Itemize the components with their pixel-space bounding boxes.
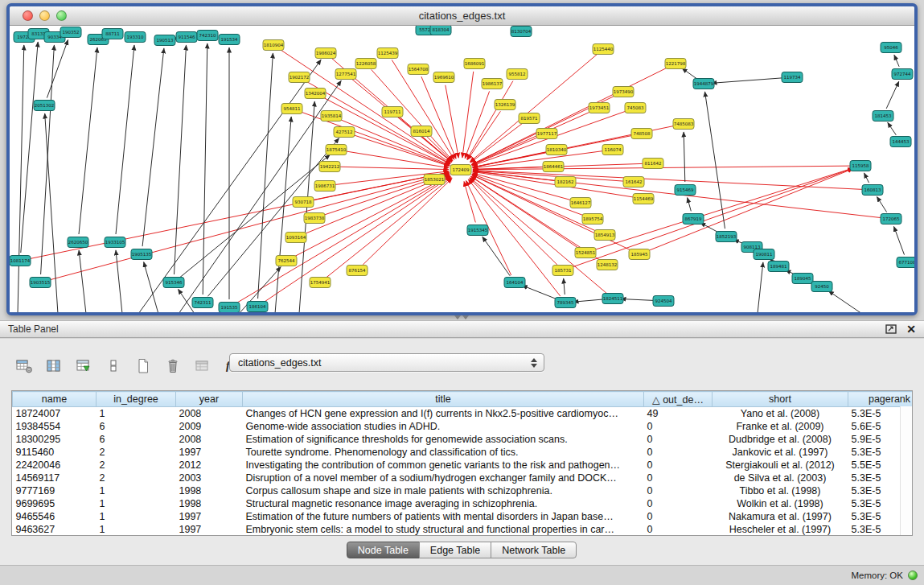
graph-edge[interactable] xyxy=(352,134,450,166)
graph-edge[interactable] xyxy=(522,286,557,300)
graph-edge[interactable] xyxy=(28,172,450,259)
graph-edge[interactable] xyxy=(888,122,897,135)
table-row[interactable]: 2242004622012Investigating the contribut… xyxy=(13,459,914,472)
window-titlebar[interactable]: citations_edges.txt xyxy=(10,6,914,26)
graph-edge[interactable] xyxy=(647,169,852,252)
graph-edge[interactable] xyxy=(621,299,655,301)
map-table-button[interactable] xyxy=(191,356,214,377)
graph-node[interactable]: 186104 xyxy=(247,302,268,312)
graph-node[interactable]: 172065 xyxy=(881,214,901,225)
merge-rows-button[interactable] xyxy=(102,356,125,377)
graph-edge[interactable] xyxy=(894,226,905,254)
float-panel-icon[interactable] xyxy=(885,324,897,334)
graph-node[interactable]: 1905135 xyxy=(131,249,152,260)
graph-node[interactable]: 1686091 xyxy=(464,59,485,69)
network-graph[interactable]: 1724091810904198602412775411902172134200… xyxy=(10,26,914,312)
graph-edge[interactable] xyxy=(688,198,692,212)
graph-edge[interactable] xyxy=(700,223,719,233)
graph-node[interactable]: 1986024 xyxy=(315,48,336,59)
graph-node[interactable]: 2620650 xyxy=(68,237,88,248)
graph-edge[interactable] xyxy=(446,85,459,158)
graph-node[interactable]: 911546 xyxy=(176,32,197,43)
graph-node[interactable]: 876154 xyxy=(347,266,368,276)
network-selector-dropdown[interactable]: citations_edges.txt xyxy=(229,353,544,372)
column-header-6[interactable]: pagerank xyxy=(848,392,914,407)
graph-node[interactable]: 7485083 xyxy=(673,119,694,130)
graph-node[interactable]: 8130704 xyxy=(511,27,532,37)
graph-node[interactable]: 954811 xyxy=(281,104,302,114)
graph-node[interactable]: 1646127 xyxy=(570,198,591,208)
close-window-button[interactable] xyxy=(23,10,33,21)
table-row[interactable]: 911546021997Tourette syndrome. Phenomeno… xyxy=(13,446,914,459)
graph-node[interactable]: 915469 xyxy=(675,185,696,196)
graph-edge[interactable] xyxy=(573,299,605,302)
graph-edge[interactable] xyxy=(138,60,321,312)
graph-node[interactable]: 762544 xyxy=(276,256,297,266)
graph-node[interactable]: 1125439 xyxy=(377,48,398,59)
graph-node[interactable]: 955812 xyxy=(507,69,528,80)
minimize-window-button[interactable] xyxy=(39,10,50,21)
memory-status-indicator[interactable] xyxy=(908,571,918,580)
graph-node[interactable]: 1903515 xyxy=(30,278,51,288)
graph-node[interactable]: 745083 xyxy=(625,103,646,113)
graph-node[interactable]: 811642 xyxy=(643,159,663,169)
graph-node[interactable]: 190513 xyxy=(154,35,175,46)
graph-node[interactable]: 1081174 xyxy=(10,256,31,266)
tab-node-table[interactable]: Node Table xyxy=(347,542,420,558)
column-header-3[interactable]: title xyxy=(243,392,644,407)
graph-node[interactable]: 119711 xyxy=(382,107,403,117)
graph-node[interactable]: 189045 xyxy=(792,274,813,284)
column-header-5[interactable]: short xyxy=(713,392,848,407)
graph-node[interactable]: 1093164 xyxy=(285,233,306,243)
graph-node[interactable]: 1933105 xyxy=(105,237,125,248)
graph-edge[interactable] xyxy=(47,39,68,97)
graph-node[interactable]: 816014 xyxy=(411,126,432,137)
graph-node[interactable]: 1915345 xyxy=(467,225,488,236)
show-columns-button[interactable] xyxy=(43,356,65,377)
graph-node[interactable]: 144453 xyxy=(890,137,911,147)
graph-edge[interactable] xyxy=(116,250,122,312)
graph-edge[interactable] xyxy=(828,291,862,312)
graph-edge[interactable] xyxy=(326,177,452,277)
graph-edge[interactable] xyxy=(175,45,187,274)
graph-edge[interactable] xyxy=(236,176,450,303)
graph-node[interactable]: 1969610 xyxy=(433,72,454,83)
graph-node[interactable]: 185945 xyxy=(629,249,650,260)
graph-node[interactable]: 1248132 xyxy=(597,260,618,270)
graph-node[interactable]: 164104 xyxy=(504,278,525,288)
graph-node[interactable]: 1342004 xyxy=(305,89,326,99)
graph-edge[interactable] xyxy=(684,132,685,182)
graph-edge[interactable] xyxy=(470,179,557,266)
graph-node[interactable]: 818304 xyxy=(430,26,451,35)
graph-edge[interactable] xyxy=(79,250,86,312)
graph-node[interactable]: 930718 xyxy=(293,197,314,208)
graph-node[interactable]: 748508 xyxy=(631,129,652,139)
graph-node[interactable]: 1986731 xyxy=(314,181,335,192)
graph-node[interactable]: 1277541 xyxy=(335,69,356,80)
graph-node[interactable]: 1942212 xyxy=(319,162,340,172)
graph-node[interactable]: 742311 xyxy=(192,298,213,308)
graph-edge[interactable] xyxy=(18,45,24,312)
graph-node[interactable]: 1864461 xyxy=(543,162,564,172)
graph-edge[interactable] xyxy=(877,196,886,212)
graph-node[interactable]: 88711 xyxy=(102,29,123,39)
import-table-button[interactable] xyxy=(72,356,95,377)
graph-node[interactable]: 1154469 xyxy=(633,194,654,204)
vertical-scrollbar[interactable] xyxy=(900,406,912,535)
graph-edge[interactable] xyxy=(421,76,456,159)
graph-edge[interactable] xyxy=(462,72,474,158)
graph-edge[interactable] xyxy=(483,237,510,276)
table-row[interactable]: 977716911998Corpus callosum shape and si… xyxy=(13,484,914,497)
delete-table-button[interactable] xyxy=(162,356,184,377)
graph-node[interactable]: 1853021 xyxy=(424,175,445,185)
graph-node[interactable]: 189481 xyxy=(768,262,789,272)
table-row[interactable]: 1872400712008Changes of HCN gene express… xyxy=(13,407,914,421)
graph-node[interactable]: 1935814 xyxy=(321,111,342,122)
graph-node[interactable]: 1902172 xyxy=(289,72,310,83)
graph-node[interactable]: 1973490 xyxy=(613,87,634,97)
graph-node[interactable]: 1226058 xyxy=(355,59,376,69)
graph-edge[interactable] xyxy=(116,45,134,234)
graph-edge[interactable] xyxy=(758,262,763,312)
splitter-handle[interactable] xyxy=(454,315,469,320)
column-header-2[interactable]: year xyxy=(176,392,243,407)
